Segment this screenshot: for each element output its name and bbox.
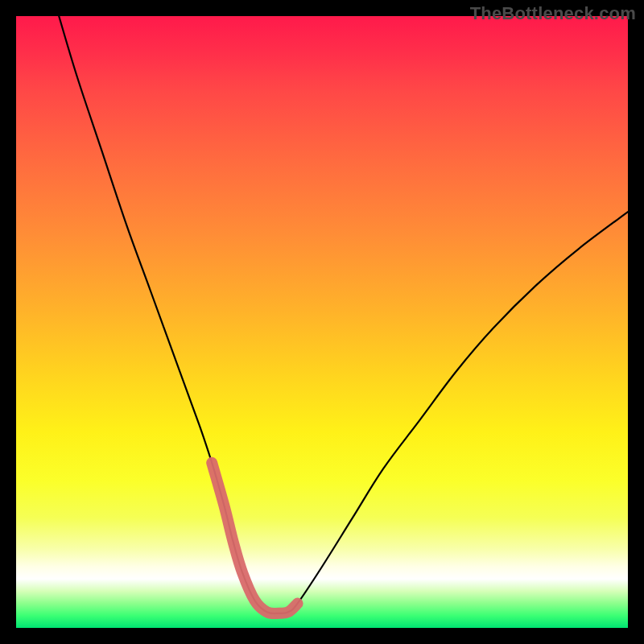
curve-layer <box>16 16 628 628</box>
bottleneck-curve <box>59 16 628 613</box>
watermark-text: TheBottleneck.com <box>470 3 636 24</box>
plot-area <box>16 16 628 628</box>
valley-highlight <box>212 463 297 613</box>
chart-stage: TheBottleneck.com <box>0 0 644 644</box>
